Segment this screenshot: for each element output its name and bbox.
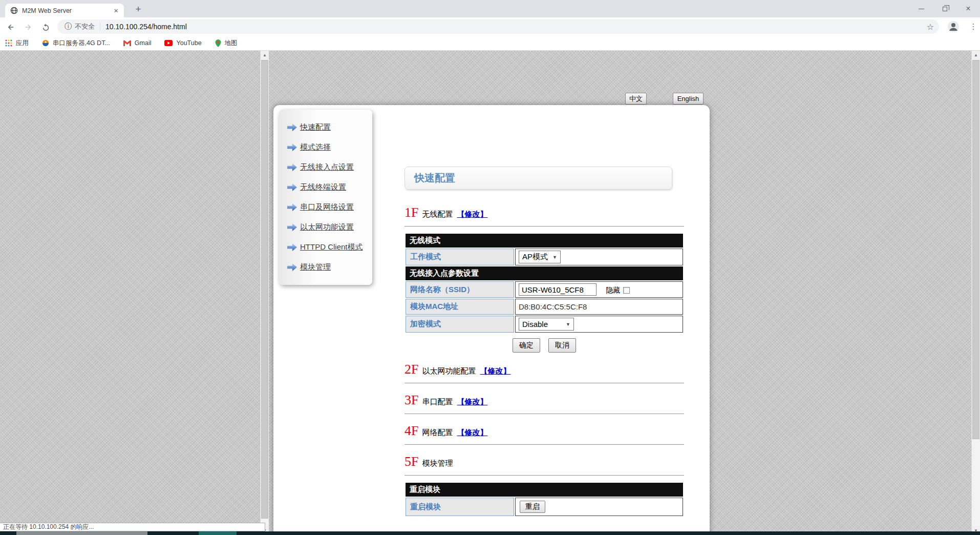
floor-number: 3F — [404, 393, 418, 408]
modify-link[interactable]: 【修改】 — [457, 428, 487, 438]
tab-close-icon[interactable]: × — [112, 7, 120, 14]
url-text[interactable]: 10.10.100.254/home.html — [105, 23, 927, 31]
reload-icon — [41, 23, 50, 32]
wireless-config-table: 无线模式 工作模式 AP模式 ▼ 无线接入点参数设置 网络名称（SSID） — [404, 233, 684, 334]
bookmark-label: Gmail — [135, 39, 152, 47]
hide-ssid-label: 隐藏 — [606, 286, 620, 294]
table-row: 重启模块 重启 — [406, 498, 683, 516]
globe-favicon — [10, 7, 18, 14]
divider — [404, 475, 684, 476]
floor-number: 2F — [404, 362, 418, 377]
bookmark-label: 地图 — [225, 39, 238, 48]
hide-ssid-checkbox[interactable] — [623, 287, 630, 294]
arrow-icon — [287, 243, 297, 251]
cancel-button[interactable]: 取消 — [548, 338, 576, 353]
arrow-icon — [287, 163, 297, 171]
reload-button[interactable] — [39, 20, 52, 34]
browser-toolbar: ⓘ 不安全 10.10.100.254/home.html ☆ ⋮ — [0, 17, 980, 36]
mac-value: D8:B0:4C:C5:5C:F8 — [515, 299, 683, 315]
security-label: 不安全 — [75, 22, 95, 31]
divider — [404, 444, 684, 445]
restart-button[interactable]: 重启 — [520, 501, 545, 513]
ok-button[interactable]: 确定 — [513, 338, 540, 353]
sidebar-item-ap-settings[interactable]: 无线接入点设置 — [287, 162, 372, 173]
tab-bar: M2M Web Server × + × — [0, 0, 980, 17]
bookmark-maps[interactable]: 地图 — [215, 39, 238, 48]
close-button[interactable]: × — [956, 0, 980, 17]
sidebar-item-ethernet[interactable]: 以太网功能设置 — [287, 222, 372, 233]
restore-button[interactable] — [933, 0, 956, 17]
modify-link[interactable]: 【修改】 — [480, 366, 510, 376]
chevron-down-icon: ▼ — [552, 255, 557, 260]
sidebar-item-label: 以太网功能设置 — [300, 222, 354, 232]
scrollbar-thumb[interactable] — [261, 60, 268, 519]
left-frame-scrollbar[interactable]: ▲ ▼ — [260, 51, 269, 535]
sidebar-item-serial-network[interactable]: 串口及网络设置 — [287, 202, 372, 213]
floor-title: 以太网功能配置 — [422, 366, 476, 376]
minimize-button[interactable] — [909, 0, 933, 17]
bottom-bar-segment — [199, 531, 237, 535]
encryption-select[interactable]: Disable ▼ — [519, 318, 574, 331]
forward-button[interactable] — [22, 20, 35, 34]
table-row: 网络名称（SSID） 隐藏 — [406, 281, 683, 298]
floor-title: 串口配置 — [422, 397, 453, 407]
maps-pin-icon — [215, 39, 221, 47]
sidebar-item-module-manage[interactable]: 模块管理 — [287, 262, 372, 273]
floor-number: 5F — [404, 454, 418, 469]
info-icon[interactable]: ⓘ — [65, 22, 72, 31]
scrollbar-thumb[interactable] — [972, 60, 979, 439]
floor-number: 1F — [404, 205, 418, 220]
scroll-up-icon[interactable]: ▲ — [972, 51, 980, 59]
work-mode-label: 工作模式 — [406, 249, 514, 265]
address-bar[interactable]: ⓘ 不安全 10.10.100.254/home.html ☆ — [57, 19, 939, 34]
sidebar-item-label: 模式选择 — [300, 142, 331, 152]
work-mode-select[interactable]: AP模式 ▼ — [519, 251, 561, 263]
arrow-icon — [287, 183, 297, 191]
sidebar-item-label: 模块管理 — [300, 262, 331, 272]
sidebar-item-label: 无线终端设置 — [300, 182, 346, 192]
bottom-edge-bar — [0, 531, 980, 535]
browser-window: M2M Web Server × + × ⓘ 不安全 10.10.100.254… — [0, 0, 980, 535]
chinese-language-button[interactable]: 中文 — [625, 93, 647, 105]
forward-icon — [24, 23, 33, 32]
english-language-button[interactable]: English — [673, 93, 704, 105]
address-divider — [100, 23, 100, 31]
browser-menu-button[interactable]: ⋮ — [967, 20, 979, 33]
new-tab-button[interactable]: + — [131, 3, 145, 15]
page-title: 快速配置 — [414, 172, 455, 183]
bottom-bar-segment — [16, 531, 147, 535]
sidebar-item-mode-select[interactable]: 模式选择 — [287, 142, 372, 153]
arrow-icon — [287, 203, 297, 211]
bookmark-serial-server[interactable]: 串口服务器,4G DT... — [42, 39, 110, 48]
floor-title: 无线配置 — [422, 210, 453, 219]
back-button[interactable] — [4, 20, 17, 34]
sidebar-item-sta-settings[interactable]: 无线终端设置 — [287, 182, 372, 193]
sidebar-item-httpd-client[interactable]: HTTPD Client模式 — [287, 242, 372, 253]
table-header-restart: 重启模块 — [406, 483, 683, 497]
serial-server-favicon — [42, 39, 49, 47]
bookmark-apps[interactable]: 应用 — [5, 39, 29, 48]
bookmark-youtube[interactable]: YouTube — [164, 39, 201, 47]
encryption-value: Disable — [522, 320, 548, 328]
mac-label: 模块MAC地址 — [406, 299, 514, 315]
bookmark-star-icon[interactable]: ☆ — [927, 22, 934, 32]
ssid-label: 网络名称（SSID） — [406, 281, 514, 298]
modify-link[interactable]: 【修改】 — [457, 210, 487, 219]
left-frame — [0, 51, 260, 535]
page-title-box: 快速配置 — [404, 167, 672, 190]
right-frame-scrollbar[interactable]: ▲ ▼ — [971, 51, 980, 535]
bookmark-gmail[interactable]: Gmail — [123, 39, 152, 47]
ssid-input[interactable] — [519, 283, 596, 296]
table-row: 模块MAC地址 D8:B0:4C:C5:5C:F8 — [406, 299, 683, 315]
arrow-icon — [287, 124, 297, 131]
section-5f: 5F 模块管理 — [404, 454, 684, 469]
browser-tab[interactable]: M2M Web Server × — [5, 4, 124, 17]
arrow-icon — [287, 263, 297, 271]
sidebar-item-label: 无线接入点设置 — [300, 162, 354, 172]
youtube-icon — [164, 40, 173, 46]
content-frame: 中文 English 快速配置 模式选择 无线接入点设置 — [269, 51, 971, 535]
sidebar-item-quick-config[interactable]: 快速配置 — [287, 122, 372, 133]
profile-avatar[interactable] — [947, 20, 960, 33]
modify-link[interactable]: 【修改】 — [457, 397, 487, 407]
scroll-up-icon[interactable]: ▲ — [261, 51, 269, 59]
